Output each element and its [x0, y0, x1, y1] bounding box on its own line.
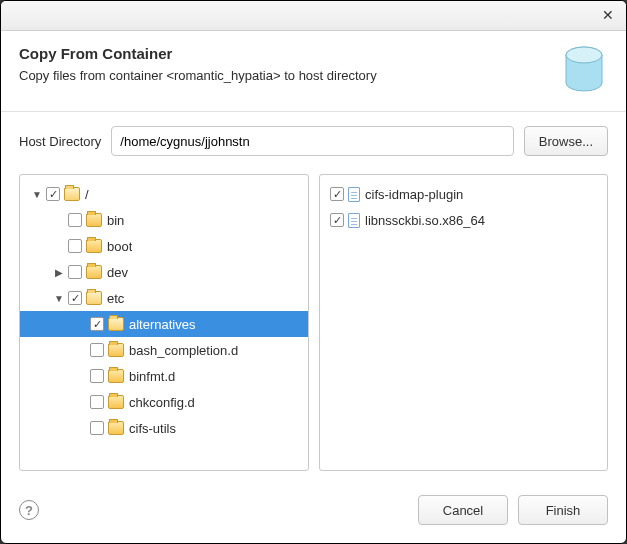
tree-row[interactable]: bin — [20, 207, 308, 233]
file-row[interactable]: libnssckbi.so.x86_64 — [320, 207, 607, 233]
file-list-pane[interactable]: cifs-idmap-pluginlibnssckbi.so.x86_64 — [319, 174, 608, 471]
file-row-label: libnssckbi.so.x86_64 — [365, 213, 485, 228]
expander-spacer — [52, 239, 66, 253]
host-directory-label: Host Directory — [19, 134, 101, 149]
file-row-label: cifs-idmap-plugin — [365, 187, 463, 202]
checkbox[interactable] — [68, 265, 82, 279]
svg-point-1 — [566, 47, 602, 63]
dialog-title: Copy From Container — [19, 45, 550, 62]
file-icon — [348, 213, 360, 228]
finish-button[interactable]: Finish — [518, 495, 608, 525]
tree-row[interactable]: ▶dev — [20, 259, 308, 285]
folder-tree-pane[interactable]: ▼/binboot▶dev▼etcalternativesbash_comple… — [19, 174, 309, 471]
tree-row-label: bin — [107, 213, 124, 228]
folder-open-icon — [86, 291, 102, 305]
folder-open-icon — [108, 317, 124, 331]
cancel-button[interactable]: Cancel — [418, 495, 508, 525]
checkbox[interactable] — [330, 187, 344, 201]
chevron-down-icon[interactable]: ▼ — [52, 291, 66, 305]
tree-row-label: bash_completion.d — [129, 343, 238, 358]
checkbox[interactable] — [68, 213, 82, 227]
close-icon[interactable]: ✕ — [598, 5, 618, 25]
checkbox[interactable] — [90, 369, 104, 383]
checkbox[interactable] — [68, 239, 82, 253]
expander-spacer — [74, 395, 88, 409]
host-directory-row: Host Directory Browse... — [1, 112, 626, 164]
folder-closed-icon — [108, 369, 124, 383]
chevron-down-icon[interactable]: ▼ — [30, 187, 44, 201]
container-icon — [560, 45, 608, 97]
checkbox[interactable] — [90, 421, 104, 435]
dialog-subtitle: Copy files from container <romantic_hypa… — [19, 68, 550, 83]
checkbox[interactable] — [330, 213, 344, 227]
tree-row-label: boot — [107, 239, 132, 254]
tree-row-label: binfmt.d — [129, 369, 175, 384]
tree-row-label: cifs-utils — [129, 421, 176, 436]
tree-row[interactable]: bash_completion.d — [20, 337, 308, 363]
expander-spacer — [52, 213, 66, 227]
browse-button[interactable]: Browse... — [524, 126, 608, 156]
tree-row-label: dev — [107, 265, 128, 280]
file-row[interactable]: cifs-idmap-plugin — [320, 181, 607, 207]
button-bar: ? Cancel Finish — [1, 483, 626, 543]
tree-row[interactable]: cifs-utils — [20, 415, 308, 441]
titlebar: ✕ — [1, 1, 626, 31]
expander-spacer — [74, 343, 88, 357]
tree-row[interactable]: binfmt.d — [20, 363, 308, 389]
tree-row-label: alternatives — [129, 317, 195, 332]
folder-closed-icon — [108, 343, 124, 357]
expander-spacer — [74, 369, 88, 383]
help-icon[interactable]: ? — [19, 500, 39, 520]
tree-row-label: etc — [107, 291, 124, 306]
checkbox[interactable] — [90, 317, 104, 331]
folder-closed-icon — [86, 239, 102, 253]
folder-closed-icon — [108, 395, 124, 409]
checkbox[interactable] — [90, 343, 104, 357]
panes: ▼/binboot▶dev▼etcalternativesbash_comple… — [1, 164, 626, 483]
dialog-header: Copy From Container Copy files from cont… — [1, 31, 626, 112]
tree-row-label: / — [85, 187, 89, 202]
folder-open-icon — [64, 187, 80, 201]
expander-spacer — [74, 421, 88, 435]
checkbox[interactable] — [46, 187, 60, 201]
checkbox[interactable] — [90, 395, 104, 409]
folder-closed-icon — [86, 213, 102, 227]
tree-row[interactable]: ▼etc — [20, 285, 308, 311]
file-icon — [348, 187, 360, 202]
host-directory-input[interactable] — [111, 126, 513, 156]
checkbox[interactable] — [68, 291, 82, 305]
folder-closed-icon — [86, 265, 102, 279]
tree-row[interactable]: alternatives — [20, 311, 308, 337]
tree-row[interactable]: chkconfig.d — [20, 389, 308, 415]
tree-row[interactable]: boot — [20, 233, 308, 259]
tree-row-label: chkconfig.d — [129, 395, 195, 410]
dialog-window: ✕ Copy From Container Copy files from co… — [0, 0, 627, 544]
tree-row[interactable]: ▼/ — [20, 181, 308, 207]
folder-closed-icon — [108, 421, 124, 435]
expander-spacer — [74, 317, 88, 331]
chevron-right-icon[interactable]: ▶ — [52, 265, 66, 279]
